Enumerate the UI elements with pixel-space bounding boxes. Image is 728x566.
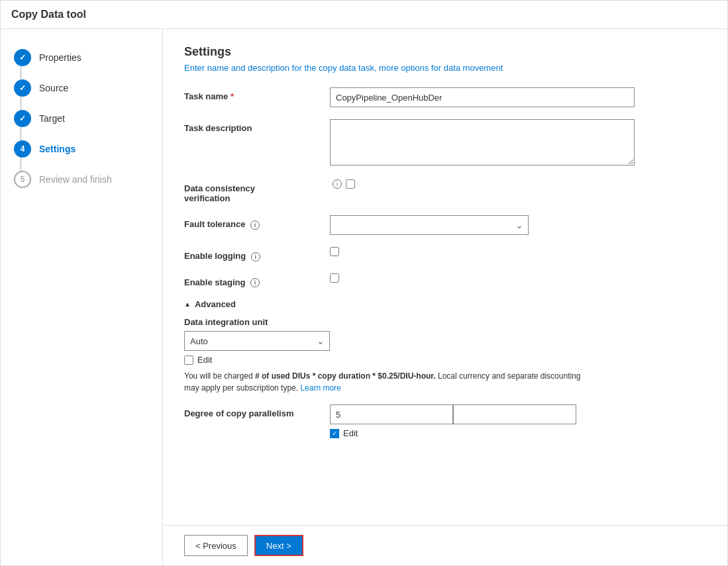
sidebar-item-label-properties: Properties [39, 52, 81, 63]
app-title: Copy Data tool [11, 9, 717, 21]
enable-staging-checkbox[interactable] [330, 273, 339, 283]
enable-logging-wrap [330, 247, 635, 258]
advanced-triangle-icon: ▲ [184, 301, 191, 308]
charge-notice: You will be charged # of used DIUs * cop… [184, 370, 595, 394]
task-name-wrap [330, 87, 635, 107]
sidebar-item-source[interactable]: ✓ Source [1, 73, 162, 103]
degree-edit-checkbox-checked[interactable] [330, 429, 339, 438]
task-description-row: Task description [184, 119, 706, 167]
sidebar-item-label-review: Review and finish [39, 174, 112, 185]
data-consistency-checkbox-row: i [330, 179, 635, 189]
fault-tolerance-select-wrap: Skip incompatible row [330, 215, 529, 235]
sidebar-item-settings[interactable]: 4 Settings [1, 134, 162, 164]
advanced-toggle[interactable]: ▲ Advanced [184, 299, 706, 309]
app-container: Copy Data tool ✓ Properties ✓ Source ✓ T… [0, 0, 728, 566]
section-title: Settings [184, 45, 706, 59]
diu-select[interactable]: Auto 2 4 8 16 32 64 [184, 331, 330, 351]
degree-edit-label: Edit [343, 428, 358, 438]
enable-staging-row: Enable staging i [184, 273, 706, 288]
bottom-bar: < Previous Next > [163, 525, 727, 565]
fault-tolerance-wrap: Skip incompatible row [330, 215, 635, 235]
sidebar-item-label-source: Source [39, 83, 68, 93]
task-description-label: Task description [184, 119, 330, 133]
learn-more-link[interactable]: Learn more [300, 383, 340, 393]
data-consistency-label: Data consistencyverification [184, 179, 330, 203]
advanced-label: Advanced [195, 299, 236, 309]
step-circle-target: ✓ [14, 110, 31, 127]
task-description-input[interactable] [330, 119, 635, 165]
sidebar-item-review[interactable]: 5 Review and finish [1, 164, 162, 195]
enable-staging-wrap [330, 273, 635, 285]
enable-logging-label: Enable logging i [184, 247, 330, 261]
degree-edit-checkbox-row: Edit [330, 428, 576, 438]
main-panel: Settings Enter name and description for … [163, 29, 727, 565]
step-circle-properties: ✓ [14, 49, 31, 66]
fault-tolerance-row: Fault tolerance i Skip incompatible row [184, 215, 706, 235]
data-consistency-checkbox[interactable] [346, 179, 355, 189]
diu-edit-checkbox-row: Edit [184, 355, 706, 365]
enable-logging-row: Enable logging i [184, 247, 706, 261]
data-consistency-info-icon: i [333, 179, 342, 189]
sidebar-item-label-settings: Settings [39, 144, 76, 154]
section-description: Enter name and description for the copy … [184, 63, 706, 73]
diu-label: Data integration unit [184, 317, 706, 327]
main-content: Settings Enter name and description for … [163, 29, 727, 525]
data-consistency-row: Data consistencyverification i [184, 179, 706, 203]
sidebar-item-target[interactable]: ✓ Target [1, 103, 162, 134]
degree-label: Degree of copy parallelism [184, 404, 330, 418]
app-header: Copy Data tool [1, 1, 727, 29]
diu-select-wrap: Auto 2 4 8 16 32 64 [184, 331, 330, 351]
diu-row: Data integration unit Auto 2 4 8 16 32 6… [184, 317, 706, 351]
fault-tolerance-select[interactable]: Skip incompatible row [330, 215, 529, 235]
enable-logging-info-icon: i [251, 252, 260, 261]
advanced-section: ▲ Advanced Data integration unit Auto 2 … [184, 299, 706, 438]
degree-inputs [330, 404, 576, 424]
sidebar-item-properties[interactable]: ✓ Properties [1, 42, 162, 73]
step-circle-source: ✓ [14, 79, 31, 97]
step-circle-review: 5 [14, 171, 31, 188]
data-consistency-wrap: i [330, 179, 635, 189]
app-body: ✓ Properties ✓ Source ✓ Target 4 Setting… [1, 29, 727, 565]
enable-staging-label: Enable staging i [184, 273, 330, 288]
degree-primary-input[interactable] [330, 404, 453, 424]
enable-logging-checkbox[interactable] [330, 247, 339, 256]
sidebar: ✓ Properties ✓ Source ✓ Target 4 Setting… [1, 29, 163, 565]
charge-notice-text: You will be charged # of used DIUs * cop… [184, 371, 581, 393]
fault-tolerance-label: Fault tolerance i [184, 215, 330, 230]
previous-button[interactable]: < Previous [184, 535, 248, 556]
degree-inputs-wrap: Edit [330, 404, 576, 438]
diu-edit-checkbox[interactable] [184, 355, 193, 365]
task-name-input[interactable] [330, 87, 635, 107]
sidebar-item-label-target: Target [39, 113, 65, 124]
enable-staging-info-icon: i [250, 278, 260, 287]
degree-row: Degree of copy parallelism Edit [184, 404, 706, 438]
task-description-wrap [330, 119, 635, 167]
task-name-row: Task name * [184, 87, 706, 107]
step-circle-settings: 4 [14, 140, 31, 158]
task-name-label: Task name * [184, 87, 330, 101]
degree-secondary-input[interactable] [453, 404, 576, 424]
fault-tolerance-info-icon: i [250, 220, 260, 230]
next-button[interactable]: Next > [254, 535, 303, 556]
charge-bold: # of used DIUs * copy duration * $0.25/D… [255, 371, 436, 381]
diu-edit-label: Edit [197, 355, 212, 365]
